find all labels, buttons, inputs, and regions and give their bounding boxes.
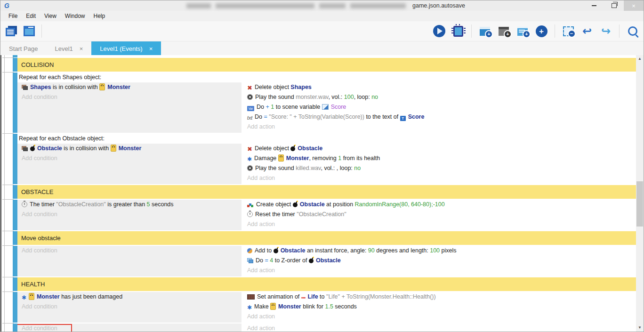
scroll-up-arrow-icon[interactable]: ▲ xyxy=(636,55,644,63)
scene-window-button[interactable] xyxy=(22,24,36,38)
menu-bar: File Edit View Window Help xyxy=(0,11,644,21)
text-segment: is greater than xyxy=(106,201,147,208)
text-segment: blink for xyxy=(301,303,325,310)
add-condition-button[interactable]: Add condition xyxy=(17,324,242,332)
add-action-button[interactable]: Add action xyxy=(244,312,636,322)
event-group-header[interactable]: HEALTH xyxy=(17,277,636,291)
health-icon xyxy=(247,303,252,312)
tab-close-icon[interactable]: × xyxy=(80,45,83,52)
add-action-button[interactable]: Add action xyxy=(244,266,636,275)
delete-selection-button[interactable]: − xyxy=(561,24,575,38)
menu-view[interactable]: View xyxy=(40,11,61,21)
add-action-button[interactable]: Add action xyxy=(244,173,636,183)
vertical-scrollbar[interactable]: ▲ ▼ xyxy=(636,55,644,332)
tab-level1-events[interactable]: Level1 (Events)× xyxy=(91,41,161,56)
action-line[interactable]: Add to Obstacle an instant force, angle:… xyxy=(244,246,636,256)
toolbar-separator xyxy=(555,24,555,38)
event-row: Add conditionAdd to Obstacle an instant … xyxy=(17,246,636,276)
add-condition-button[interactable]: Add condition xyxy=(17,246,242,256)
action-line[interactable]: Delete object Shapes xyxy=(244,82,636,92)
add-condition-button[interactable]: Add condition xyxy=(17,92,242,102)
preview-play-button[interactable] xyxy=(432,24,446,38)
scene-window-icon xyxy=(24,26,35,36)
search-button[interactable] xyxy=(626,24,640,38)
tab-level1[interactable]: Level1× xyxy=(46,41,91,56)
text-segment: to Z-order of xyxy=(273,257,309,264)
text-segment: to the text of xyxy=(364,113,400,120)
toolbar: + + + + − ↩ ↪ xyxy=(0,21,644,41)
text-segment: Monster xyxy=(37,293,60,300)
repeat-header[interactable]: Repeat for each Obstacle object: xyxy=(17,134,636,144)
text-segment: Damage xyxy=(254,155,278,162)
events-rows: COLLISIONRepeat for each Shapes object:S… xyxy=(1,55,636,332)
repeat-header[interactable]: Repeat for each Shapes object: xyxy=(17,73,636,82)
tab-start-page[interactable]: Start Page xyxy=(0,41,46,56)
event-row: Repeat for each Shapes object:Shapes is … xyxy=(17,73,636,133)
menu-file[interactable]: File xyxy=(4,11,22,21)
menu-window[interactable]: Window xyxy=(61,11,89,21)
action-line[interactable]: Do = "Score: " + ToString(Variable(Score… xyxy=(244,112,636,122)
event-group-header[interactable]: COLLISION xyxy=(17,58,636,72)
text-segment: no xyxy=(354,165,361,171)
minimize-button[interactable] xyxy=(584,0,604,11)
add-more-button[interactable]: + xyxy=(534,24,548,38)
restore-button[interactable] xyxy=(604,0,624,11)
condition-line[interactable]: Obstacle is in collision with Monster xyxy=(17,144,242,154)
text-segment: Monster xyxy=(286,155,309,162)
redo-button[interactable]: ↪ xyxy=(599,24,613,38)
debug-button[interactable] xyxy=(451,24,465,38)
event-group-header[interactable]: Move obstacle xyxy=(17,231,636,245)
menu-edit[interactable]: Edit xyxy=(22,11,40,21)
add-condition-button[interactable]: Add condition xyxy=(17,154,242,163)
action-line[interactable]: Reset the timer "ObstacleCreation" xyxy=(244,210,636,219)
action-line[interactable]: Damage Monster, removing 1 from its heal… xyxy=(244,154,636,163)
add-comment-button[interactable]: + xyxy=(515,24,530,38)
collision-icon xyxy=(22,146,28,151)
close-button[interactable]: × xyxy=(624,0,644,11)
monster-icon xyxy=(99,83,105,90)
add-subevent-button[interactable]: + xyxy=(497,24,511,38)
text-segment: = xyxy=(264,113,269,120)
text-segment: "ObstacleCreation" xyxy=(56,201,105,208)
event-row: Monster has just been damagedAdd conditi… xyxy=(17,292,636,323)
scroll-down-arrow-icon[interactable]: ▼ xyxy=(636,324,644,332)
tab-close-icon[interactable]: × xyxy=(149,45,153,52)
condition-line[interactable]: Monster has just been damaged xyxy=(17,292,242,302)
text-segment: from its health xyxy=(341,155,380,162)
action-line[interactable]: Create object Obstacle at position Rando… xyxy=(244,200,636,210)
condition-line[interactable]: Shapes is in collision with Monster xyxy=(17,82,242,92)
add-action-button[interactable]: Add action xyxy=(244,324,636,332)
project-manager-button[interactable] xyxy=(4,24,18,38)
undo-button[interactable]: ↩ xyxy=(580,24,594,38)
text-segment: seconds xyxy=(150,201,174,208)
text-segment: an instant force, angle: xyxy=(305,247,368,254)
action-line[interactable]: Delete object Obstacle xyxy=(244,144,636,154)
action-line[interactable]: Set animation of Life to "Life" + ToStri… xyxy=(244,292,636,302)
add-event-button[interactable]: + xyxy=(478,24,492,38)
add-action-button[interactable]: Add action xyxy=(244,122,636,132)
text-segment: The timer xyxy=(30,201,56,208)
blurred-path-segment xyxy=(186,3,211,8)
group-title: Move obstacle xyxy=(17,235,61,242)
bomb-icon xyxy=(274,249,278,253)
action-line[interactable]: Make Monster blink for 1.5 seconds xyxy=(244,302,636,312)
condition-line[interactable]: The timer "ObstacleCreation" is greater … xyxy=(17,200,242,210)
action-line[interactable]: Play the sound monster.wav, vol.: 100, l… xyxy=(244,92,636,102)
event-group-header[interactable]: OBSTACLE xyxy=(17,185,636,199)
menu-help[interactable]: Help xyxy=(89,11,110,21)
add-action-button[interactable]: Add action xyxy=(244,219,636,229)
life-icon xyxy=(301,293,306,302)
event-row: Repeat for each Obstacle object:Obstacle… xyxy=(17,134,636,184)
text-segment: Delete object xyxy=(255,84,290,90)
action-line[interactable]: Do = 4 to Z-order of Obstacle xyxy=(244,256,636,266)
blurred-path-segment xyxy=(350,3,406,8)
text-segment: Delete object xyxy=(255,145,290,152)
scrollbar-thumb[interactable] xyxy=(636,181,643,227)
events-sheet: COLLISIONRepeat for each Shapes object:S… xyxy=(0,55,644,332)
add-condition-button[interactable]: Add condition xyxy=(17,302,242,312)
action-line[interactable]: Play the sound killed.wav, vol.: , loop:… xyxy=(244,163,636,173)
add-condition-button[interactable]: Add condition xyxy=(17,210,242,219)
event-columns: Shapes is in collision with MonsterAdd c… xyxy=(17,82,636,133)
action-line[interactable]: Do + 1 to scene variable Score xyxy=(244,102,636,112)
health-icon xyxy=(247,154,252,163)
